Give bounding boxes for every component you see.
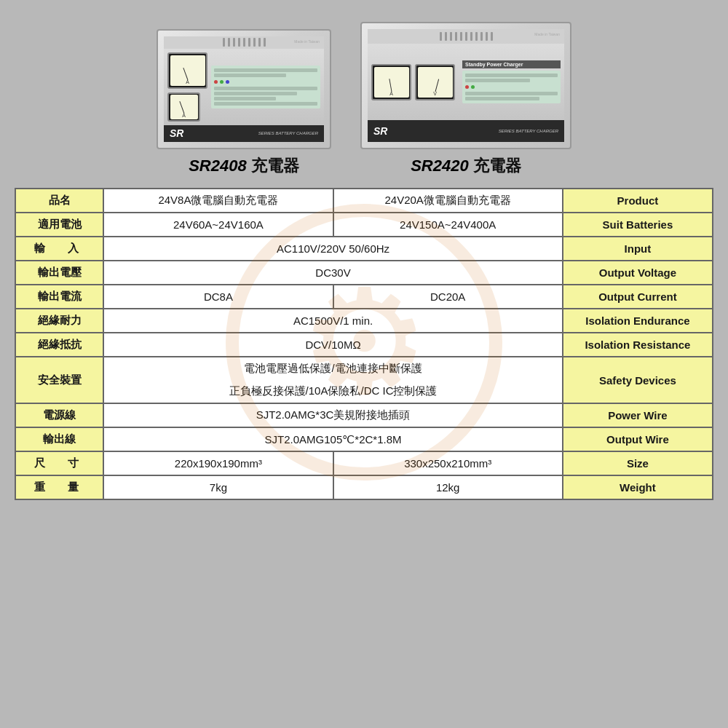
val-isolation-resistance: DCV/10MΩ [103,333,563,357]
en-safety-devices: Safety Devices [563,357,713,403]
meter-voltmeter-sr2408: A [167,92,200,122]
charger-subtitle-sr2420: SERIES BATTERY CHARGER [499,129,558,133]
row-isolation-resistance: 絕緣抵抗 DCV/10MΩ Isolation Resistance [15,333,713,357]
label-product: 品名 [15,189,103,213]
val-batteries-sr2408: 24V60A~24V160A [103,213,333,237]
val-product-sr2408: 24V8A微電腦自動充電器 [103,189,333,213]
row-weight: 重 量 7kg 12kg Weight [15,475,713,499]
val-batteries-sr2420: 24V150A~24V400A [333,213,563,237]
spec-table: 品名 24V8A微電腦自動充電器 24V20A微電腦自動充電器 Product … [15,188,713,500]
en-power-wire: Power Wire [563,403,713,427]
en-output-current: Output Current [563,285,713,309]
row-input: 輸 入 AC110V/220V 50/60Hz Input [15,237,713,261]
made-in-taiwan-label-2420: Made in Taiwan [534,32,560,36]
product-image-sr2408: Made in Taiwan A [157,29,331,149]
meter-ammeter-sr2420-2: V [415,64,455,100]
val-weight-sr2420: 12kg [333,475,563,499]
label-input: 輸 入 [15,237,103,261]
label-output-current: 輸出電流 [15,285,103,309]
val-safety-devices-1: 電池電壓過低保護/電池連接中斷保護 [103,357,563,380]
charger-subtitle-sr2408: SERIES BATTERY CHARGER [258,131,318,135]
product-title-sr2408: SR2408 充電器 [189,155,299,177]
row-output-voltage: 輸出電壓 DC30V Output Voltage [15,261,713,285]
row-batteries: 適用電池 24V60A~24V160A 24V150A~24V400A Suit… [15,213,713,237]
val-input: AC110V/220V 50/60Hz [103,237,563,261]
label-output-wire: 輸出線 [15,427,103,451]
made-in-taiwan-label: Made in Taiwan [294,39,320,44]
row-product: 品名 24V8A微電腦自動充電器 24V20A微電腦自動充電器 Product [15,189,713,213]
val-current-sr2420: DC20A [333,285,563,309]
val-product-sr2420: 24V20A微電腦自動充電器 [333,189,563,213]
meter-ammeter-sr2408: A [167,52,207,89]
label-output-voltage: 輸出電壓 [15,261,103,285]
en-input: Input [563,237,713,261]
en-isolation-resistance: Isolation Resistance [563,333,713,357]
en-output-wire: Output Wire [563,427,713,451]
val-size-sr2420: 330x250x210mm³ [333,451,563,475]
product-sr2420: Made in Taiwan A [360,22,571,177]
label-power-wire: 電源線 [15,403,103,427]
en-isolation-endurance: Isolation Endurance [563,309,713,333]
val-current-sr2408: DC8A [103,285,333,309]
val-power-wire: SJT2.0AMG*3C美規附接地插頭 [103,403,563,427]
val-output-voltage: DC30V [103,261,563,285]
row-output-current: 輸出電流 DC8A DC20A Output Current [15,285,713,309]
standby-label: Standby Power Charger [462,60,561,68]
product-sr2408: Made in Taiwan A [157,29,331,177]
val-output-wire: SJT2.0AMG105℃*2C*1.8M [103,427,563,451]
val-isolation-endurance: AC1500V/1 min. [103,309,563,333]
row-isolation-endurance: 絕緣耐力 AC1500V/1 min. Isolation Endurance [15,309,713,333]
page-wrapper: ⚙ Made in Taiwan [0,0,728,728]
label-weight: 重 量 [15,475,103,499]
en-output-voltage: Output Voltage [563,261,713,285]
label-batteries: 適用電池 [15,213,103,237]
product-image-sr2420: Made in Taiwan A [360,22,571,149]
sr-logo-sr2408: SR [170,127,183,139]
en-weight: Weight [563,475,713,499]
en-size: Size [563,451,713,475]
en-product: Product [563,189,713,213]
row-size: 尺 寸 220x190x190mm³ 330x250x210mm³ Size [15,451,713,475]
row-safety-devices-1: 安全裝置 電池電壓過低保護/電池連接中斷保護 Safety Devices [15,357,713,380]
label-isolation-endurance: 絕緣耐力 [15,309,103,333]
row-power-wire: 電源線 SJT2.0AMG*3C美規附接地插頭 Power Wire [15,403,713,427]
products-area: Made in Taiwan A [15,22,713,177]
en-batteries: Suit Batteries [563,213,713,237]
val-safety-devices-2: 正負極反接保護/10A保險私/DC IC控制保護 [103,380,563,403]
label-isolation-resistance: 絕緣抵抗 [15,333,103,357]
sr-logo-sr2420: SR [373,125,387,137]
val-weight-sr2408: 7kg [103,475,333,499]
label-safety-devices: 安全裝置 [15,357,103,403]
val-size-sr2408: 220x190x190mm³ [103,451,333,475]
row-output-wire: 輸出線 SJT2.0AMG105℃*2C*1.8M Output Wire [15,427,713,451]
product-title-sr2420: SR2420 充電器 [411,155,521,177]
label-size: 尺 寸 [15,451,103,475]
meter-ammeter-sr2420-1: A [371,64,411,100]
